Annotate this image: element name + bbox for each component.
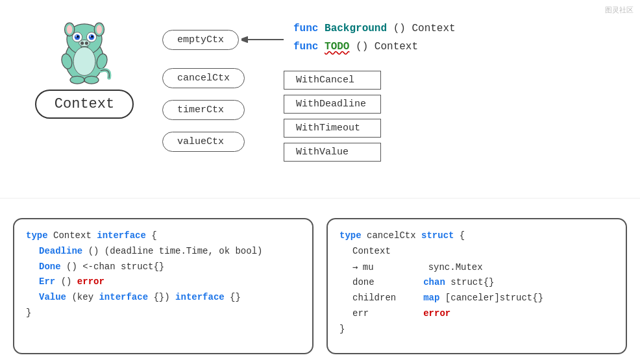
err-method: Err () error bbox=[26, 274, 301, 290]
context-embed-name: Context bbox=[352, 246, 391, 256]
err-field: err error bbox=[339, 306, 614, 322]
func-todo-params: () Context bbox=[356, 41, 418, 53]
err-return-type: error bbox=[77, 276, 105, 287]
svg-point-12 bbox=[75, 36, 77, 37]
with-value-box: WithValue bbox=[284, 143, 381, 162]
with-boxes-col: WithCancel WithDeadline WithTimeout With… bbox=[284, 71, 381, 162]
arrow-svg bbox=[241, 32, 287, 47]
done-sig: () <-chan struct{} bbox=[66, 261, 164, 272]
right-close-brace: } bbox=[339, 322, 614, 337]
svg-point-11 bbox=[91, 36, 93, 38]
svg-point-14 bbox=[79, 40, 90, 46]
done-field: done chan struct{} bbox=[339, 275, 614, 291]
struct-title-line: type cancelCtx struct { bbox=[339, 228, 614, 244]
interface-keyword: interface bbox=[97, 230, 146, 241]
ctx-with-boxes-row: cancelCtx timerCtx valueCtx WithCancel W… bbox=[162, 68, 456, 162]
section-divider bbox=[0, 198, 640, 199]
ctx-pills-col: cancelCtx timerCtx valueCtx bbox=[162, 68, 245, 162]
bottom-section: type Context interface { Deadline () (de… bbox=[0, 212, 640, 364]
func-background-line: func Background () Context bbox=[293, 23, 456, 34]
type-keyword-right: type bbox=[339, 230, 362, 241]
done-chan-keyword: chan bbox=[423, 277, 445, 287]
deadline-name: Deadline bbox=[39, 246, 82, 256]
func-keyword-1: func bbox=[293, 23, 318, 34]
func-todo-name: TODO bbox=[325, 41, 349, 53]
timer-ctx-pill: timerCtx bbox=[162, 100, 245, 120]
empty-ctx-pill: emptyCtx bbox=[162, 30, 239, 50]
struct-keyword: struct bbox=[421, 230, 454, 241]
children-map-keyword: map bbox=[423, 293, 439, 303]
value-name: Value bbox=[39, 292, 66, 302]
cancel-ctx-pill: cancelCtx bbox=[162, 68, 245, 88]
mu-arrow: → bbox=[352, 261, 357, 272]
top-section: Context emptyCtx bbox=[0, 0, 640, 201]
top-inner: Context emptyCtx bbox=[19, 13, 621, 188]
svg-point-5 bbox=[97, 25, 102, 34]
context-interface-box: type Context interface { Deadline () (de… bbox=[13, 218, 314, 354]
interface-title-line: type Context interface { bbox=[26, 228, 301, 244]
empty-ctx-row: emptyCtx func bbox=[162, 23, 456, 56]
cancelctx-struct-box: type cancelCtx struct { Context → mu syn… bbox=[326, 218, 627, 354]
deadline-sig: () (deadline time.Time, ok bool) bbox=[88, 246, 263, 256]
context-embed: Context bbox=[339, 244, 614, 260]
svg-point-16 bbox=[85, 42, 88, 45]
children-field: children map [canceler]struct{} bbox=[339, 291, 614, 306]
value-ctx-pill: valueCtx bbox=[162, 132, 245, 152]
svg-point-13 bbox=[90, 36, 91, 37]
with-timeout-box: WithTimeout bbox=[284, 119, 381, 138]
svg-point-20 bbox=[70, 76, 84, 84]
svg-point-21 bbox=[84, 76, 99, 84]
err-name: Err bbox=[39, 276, 55, 287]
deadline-method: Deadline () (deadline time.Time, ok bool… bbox=[26, 244, 301, 260]
type-keyword-left: type bbox=[26, 230, 48, 241]
done-name: Done bbox=[39, 261, 61, 272]
with-cancel-box: WithCancel bbox=[284, 71, 381, 90]
func-background-params: () Context bbox=[393, 23, 456, 34]
svg-point-10 bbox=[77, 36, 79, 38]
func-background-name: Background bbox=[325, 23, 387, 34]
func-todo-line: func TODO () Context bbox=[293, 41, 456, 53]
func-keyword-2: func bbox=[293, 41, 318, 53]
mu-field: → mu sync.Mutex bbox=[339, 260, 614, 276]
context-bubble: Context bbox=[35, 90, 134, 119]
value-method: Value (key (key interface{}) interface{}… bbox=[26, 290, 301, 306]
with-deadline-box: WithDeadline bbox=[284, 95, 381, 114]
done-method: Done () <-chan struct{} bbox=[26, 260, 301, 275]
gopher-area: Context bbox=[19, 13, 149, 188]
value-return-interface: interface bbox=[175, 292, 225, 302]
svg-point-17 bbox=[73, 47, 95, 75]
svg-point-4 bbox=[67, 25, 72, 34]
value-key-interface: interface bbox=[99, 292, 148, 302]
err-type: error bbox=[423, 308, 450, 319]
func-lines: func Background () Context func TODO () … bbox=[293, 23, 456, 56]
gopher-icon bbox=[49, 13, 120, 84]
svg-point-15 bbox=[80, 42, 84, 45]
main-container: 图灵社区 bbox=[0, 0, 640, 364]
left-close-brace: } bbox=[26, 306, 301, 321]
